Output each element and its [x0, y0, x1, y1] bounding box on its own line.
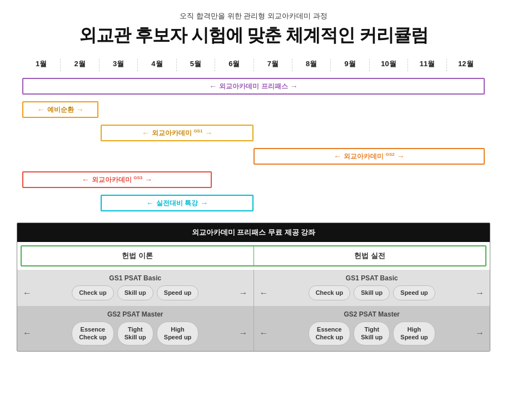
month-4: 4월: [138, 59, 176, 71]
month-1: 1월: [22, 59, 61, 71]
gs2-right-row: ← EssenceCheck up TightSkill up HighSpee…: [260, 322, 485, 345]
law-theory: 헌법 이론: [22, 246, 254, 265]
preliminary-label: 예비순환: [47, 105, 74, 115]
gs1-right-arrow: ←: [260, 288, 269, 298]
gs2-left-row: ← EssenceCheck up TightSkill up HighSpee…: [23, 322, 248, 345]
gs2-right-title: GS2 PSAT Master: [260, 310, 485, 318]
month-header: 1월 2월 3월 4월 5월 6월 7월 8월 9월 10월 11월 12월: [22, 59, 485, 71]
gs2-bar: ← 외교아카데미 GS2 →: [254, 148, 485, 165]
gs1-left-row: ← Check up Skill up Speed up →: [23, 285, 248, 300]
gs1-left-arrow-right: →: [239, 288, 248, 298]
gs1-row: ← 외교아카데미 GS1 →: [22, 122, 485, 144]
gs2-right: GS2 PSAT Master ← EssenceCheck up TightS…: [254, 306, 490, 351]
gs2-left-title: GS2 PSAT Master: [23, 310, 248, 318]
gs1-right-btn-speedup: Speed up: [393, 285, 435, 300]
month-10: 10월: [370, 59, 408, 71]
month-2: 2월: [61, 59, 99, 71]
gs1-right-arrow-right: →: [475, 288, 484, 298]
month-7: 7월: [254, 59, 292, 71]
gs1-left-title: GS1 PSAT Basic: [23, 274, 248, 282]
gs2-right-buttons: EssenceCheck up TightSkill up HighSpeed …: [271, 322, 474, 345]
gs2-left-btn-essence: EssenceCheck up: [72, 322, 114, 345]
month-11: 11월: [408, 59, 446, 71]
page-subtitle: 오직 합격만을 위한 관리형 외교아카데미 과정: [17, 11, 490, 21]
preliminary-bar: ← 예비순환 →: [22, 101, 98, 118]
gs1-right-btn-checkup: Check up: [309, 285, 351, 300]
month-9: 9월: [331, 59, 369, 71]
month-3: 3월: [100, 59, 138, 71]
gs2-section: GS2 PSAT Master ← EssenceCheck up TightS…: [17, 306, 490, 351]
preliminary-row: ← 예비순환 →: [22, 99, 485, 120]
gs1-label: 외교아카데미 GS1: [152, 129, 202, 138]
prepas-label: 외교아카데미 프리패스: [219, 82, 287, 91]
gs2-right-arrow-right: →: [475, 328, 484, 338]
gs1-section: GS1 PSAT Basic ← Check up Skill up Speed…: [17, 270, 490, 306]
month-12: 12월: [447, 59, 485, 71]
gs1-left-btn-checkup: Check up: [72, 285, 114, 300]
gantt-area: 1월 2월 3월 4월 5월 6월 7월 8월 9월 10월 11월 12월 ←…: [17, 59, 490, 214]
gs1-left-buttons: Check up Skill up Speed up: [34, 285, 237, 300]
law-practice: 헌법 실전: [254, 246, 486, 265]
gs1-left-arrow: ←: [23, 288, 32, 298]
month-8: 8월: [292, 59, 331, 71]
bottom-header: 외교아카데미 프리패스 무료 제공 강좌: [17, 223, 490, 242]
month-6: 6월: [215, 59, 254, 71]
month-5: 5월: [177, 59, 215, 71]
gs1-left: GS1 PSAT Basic ← Check up Skill up Speed…: [17, 270, 254, 306]
gs1-right-title: GS1 PSAT Basic: [260, 274, 485, 282]
gs2-row: ← 외교아카데미 GS2 →: [22, 146, 485, 167]
gs2-label: 외교아카데미 GS2: [344, 152, 394, 161]
gs1-right-btn-skillup: Skill up: [354, 285, 390, 300]
gs1-bar: ← 외교아카데미 GS1 →: [101, 125, 254, 141]
gs2-left-btn-tight: TightSkill up: [117, 322, 153, 345]
gs3-row: ← 외교아카데미 GS3 →: [22, 169, 485, 190]
gs1-left-btn-skillup: Skill up: [117, 285, 153, 300]
gs1-left-btn-speedup: Speed up: [157, 285, 199, 300]
special-bar: ← 실전대비 특강 →: [101, 195, 254, 211]
gs2-left-buttons: EssenceCheck up TightSkill up HighSpeed …: [34, 322, 237, 345]
special-label: 실전대비 특강: [156, 199, 198, 208]
law-row: 헌법 이론 헌법 실전: [21, 245, 486, 266]
gs2-left-btn-high: HighSpeed up: [157, 322, 199, 345]
gs2-right-btn-high: HighSpeed up: [393, 322, 435, 345]
prepas-row: ← 외교아카데미 프리패스 →: [22, 76, 485, 97]
gs3-bar: ← 외교아카데미 GS3 →: [22, 171, 212, 188]
special-row: ← 실전대비 특강 →: [22, 192, 485, 214]
gantt-container: ← 외교아카데미 프리패스 → ← 예비순환 → ← 외교아카데미: [22, 76, 485, 214]
gs2-right-arrow: ←: [260, 328, 269, 338]
gs1-right: GS1 PSAT Basic ← Check up Skill up Speed…: [254, 270, 490, 306]
gs2-right-btn-essence: EssenceCheck up: [309, 322, 351, 345]
prepas-bar: ← 외교아카데미 프리패스 →: [22, 78, 485, 95]
gs2-left-arrow-right: →: [239, 328, 248, 338]
gs2-left-arrow: ←: [23, 328, 32, 338]
gs1-right-row: ← Check up Skill up Speed up →: [260, 285, 485, 300]
page-title: 외교관 후보자 시험에 맞춘 체계적인 커리큘럼: [17, 23, 490, 48]
gs3-label: 외교아카데미 GS3: [92, 175, 142, 185]
gs1-right-buttons: Check up Skill up Speed up: [271, 285, 474, 300]
gs2-right-btn-tight: TightSkill up: [354, 322, 390, 345]
bottom-section: 외교아카데미 프리패스 무료 제공 강좌 헌법 이론 헌법 실전 GS1 PSA…: [17, 223, 490, 352]
gs2-left: GS2 PSAT Master ← EssenceCheck up TightS…: [17, 306, 254, 351]
